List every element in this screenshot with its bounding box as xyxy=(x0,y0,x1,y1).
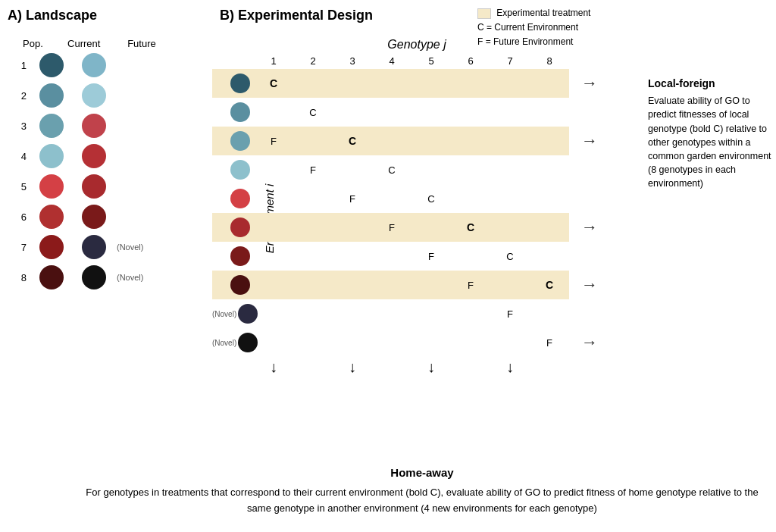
grid-cell xyxy=(293,271,333,299)
grid-cell: F xyxy=(372,213,411,242)
section-b-title: B) Experimental Design xyxy=(220,8,373,23)
grid-cell xyxy=(333,98,372,127)
right-arrow-icon: → xyxy=(581,275,598,295)
grid-cell xyxy=(451,98,490,127)
grid-cell xyxy=(372,69,411,98)
row-novel-label: (Novel) xyxy=(212,339,236,347)
grid-cell xyxy=(451,328,490,357)
row-novel-label: (Novel) xyxy=(212,310,236,318)
novel-label: (Novel) xyxy=(117,243,143,252)
grid-cell xyxy=(530,299,569,328)
col-header: 3 xyxy=(333,55,372,67)
grid-cell: F xyxy=(490,299,530,328)
pop-number: 7 xyxy=(8,242,27,253)
grid-wrapper: C→CFC→FCFCFC→FCFC→(Novel)F(Novel)F→ xyxy=(212,69,621,357)
grid-cell xyxy=(372,98,411,127)
row-env-circle xyxy=(230,217,250,237)
landscape-section: Pop. Current Future 1234567(Novel)8(Nove… xyxy=(8,38,159,296)
pop-number: 1 xyxy=(8,60,27,71)
row-env-circle xyxy=(230,160,250,180)
grid-cell xyxy=(411,69,451,98)
pop-number: 8 xyxy=(8,272,27,283)
pop-number: 2 xyxy=(8,90,27,102)
grid-cell xyxy=(530,213,569,242)
header-future: Future xyxy=(124,38,159,49)
landscape-row: 4 xyxy=(8,144,159,168)
down-arrow-cell: ↓ xyxy=(490,358,530,376)
grid-cell xyxy=(490,155,530,184)
header-current: Current xyxy=(67,38,102,49)
pop-number: 5 xyxy=(8,181,27,192)
bottom-title: Home-away xyxy=(76,464,768,482)
grid-row: FC→ xyxy=(212,271,569,299)
grid-cell xyxy=(293,184,333,213)
landscape-row: 8(Novel) xyxy=(8,265,159,289)
down-arrow-cell xyxy=(372,358,411,376)
future-circle xyxy=(82,174,106,199)
grid-cell xyxy=(490,184,530,213)
grid-cell xyxy=(372,242,411,271)
legend-treatment-label: Experimental treatment xyxy=(496,8,590,18)
grid-cell xyxy=(333,299,372,328)
grid-cell xyxy=(490,127,530,155)
down-arrow-cell: ↓ xyxy=(254,358,293,376)
landscape-row: 7(Novel) xyxy=(8,235,159,259)
grid-cell xyxy=(372,328,411,357)
grid-cell: C xyxy=(372,155,411,184)
row-env-circle xyxy=(230,189,250,208)
landscape-row: 3 xyxy=(8,114,159,138)
grid-cell xyxy=(530,184,569,213)
down-arrow-cell xyxy=(530,358,569,376)
down-arrow-cell: ↓ xyxy=(333,358,372,376)
grid-cell xyxy=(293,242,333,271)
exp-design-section: Genotype j 12345678 C→CFC→FCFCFC→FCFC→(N… xyxy=(212,38,621,376)
row-env-circle xyxy=(230,275,250,295)
right-panel: Local-foreign Evaluate ability of GO to … xyxy=(648,76,773,190)
grid-cell xyxy=(530,242,569,271)
landscape-row: 2 xyxy=(8,83,159,108)
grid-cell xyxy=(451,127,490,155)
right-arrow-icon: → xyxy=(581,74,598,93)
grid-row: FC xyxy=(212,242,569,271)
current-circle xyxy=(39,265,64,289)
current-circle xyxy=(39,205,64,229)
current-circle xyxy=(39,83,64,108)
grid-row: (Novel)F→ xyxy=(212,328,569,357)
grid-cell xyxy=(490,213,530,242)
section-a-title: A) Landscape xyxy=(8,8,97,23)
landscape-row: 6 xyxy=(8,205,159,229)
current-circle xyxy=(39,114,64,138)
grid-cell xyxy=(530,127,569,155)
row-env-circle xyxy=(230,131,250,151)
col-header: 6 xyxy=(451,55,490,67)
main-container: A) Landscape B) Experimental Design Expe… xyxy=(0,0,776,532)
grid-cell xyxy=(293,69,333,98)
future-circle xyxy=(82,144,106,168)
row-env-circle xyxy=(230,246,250,266)
grid-cell xyxy=(530,69,569,98)
grid-cell xyxy=(451,299,490,328)
bottom-section: Home-away For genotypes in treatments th… xyxy=(76,464,768,517)
grid-cell xyxy=(451,69,490,98)
grid-row: FC→ xyxy=(212,213,569,242)
grid-cell xyxy=(333,328,372,357)
right-arrow-icon: → xyxy=(581,131,598,151)
grid-cell: F xyxy=(530,328,569,357)
grid-rows-container: C→CFC→FCFCFC→FCFC→(Novel)F(Novel)F→ xyxy=(212,69,569,357)
grid-cell: F xyxy=(333,184,372,213)
current-circle xyxy=(39,144,64,168)
grid-cell: C xyxy=(530,271,569,299)
current-circle xyxy=(39,174,64,199)
grid-cell: C xyxy=(451,213,490,242)
grid-cell xyxy=(333,242,372,271)
grid-cell: C xyxy=(254,69,293,98)
grid-cell: C xyxy=(293,98,333,127)
genotype-title: Genotype j xyxy=(212,38,621,52)
pop-number: 4 xyxy=(8,151,27,162)
bottom-description: For genotypes in treatments that corresp… xyxy=(76,485,768,517)
grid-cell: F xyxy=(411,242,451,271)
future-circle xyxy=(82,205,106,229)
grid-cell xyxy=(372,127,411,155)
grid-cell: C xyxy=(333,127,372,155)
grid-cell xyxy=(451,242,490,271)
